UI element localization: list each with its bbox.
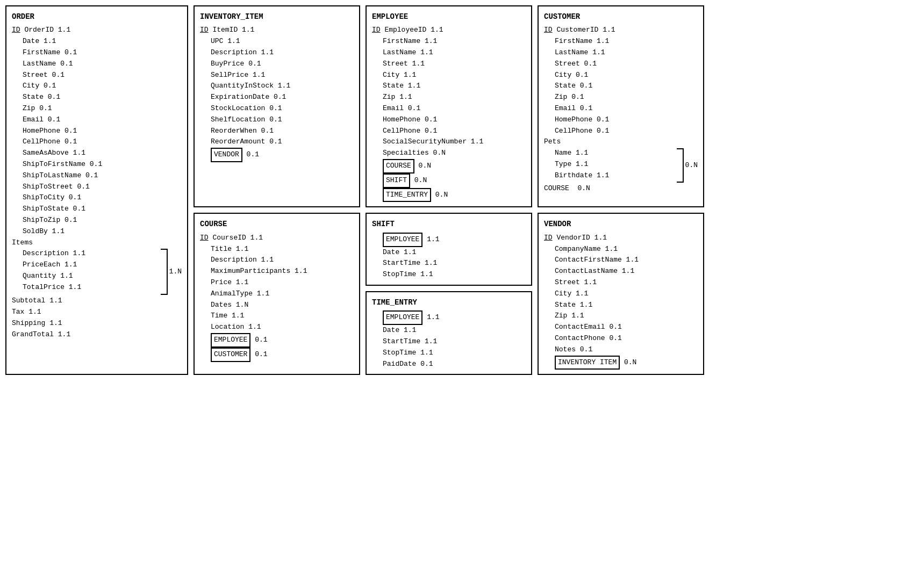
employee-field-firstname: FirstName 1.1	[372, 36, 526, 47]
vendor-field-notes: Notes 0.1	[544, 344, 698, 356]
course-field-animaltype: AnimalType 1.1	[200, 288, 354, 300]
order-field-shiptofirstname: ShipToFirstName 0.1	[12, 159, 182, 170]
course-field-maxparticipants: MaximumParticipants 1.1	[200, 266, 354, 277]
course-field-title: Title 1.1	[200, 244, 354, 255]
inventory-field-buyprice: BuyPrice 0.1	[200, 59, 354, 70]
employee-field-specialties: Specialties 0.N	[372, 148, 526, 159]
inventory-field-sellprice: SellPrice 1.1	[200, 70, 354, 81]
order-item-totalprice: TotalPrice 1.1	[23, 282, 157, 293]
vendor-field-contactfirstname: ContactFirstName 1.1	[544, 255, 698, 266]
inventory-field-stocklocation: StockLocation 0.1	[200, 103, 354, 114]
inventory-item-entity: INVENTORY_ITEM ID ItemID 1.1 UPC 1.1 Des…	[194, 5, 360, 207]
shift-entity: SHIFT EMPLOYEE 1.1 Date 1.1 StartTime 1.…	[366, 213, 532, 286]
inventory-field-expirationdate: ExpirationDate 0.1	[200, 92, 354, 103]
order-field-subtotal: Subtotal 1.1	[12, 295, 182, 307]
inventory-item-title: INVENTORY_ITEM	[200, 11, 354, 23]
employee-field-employeeid: ID EmployeeID 1.1	[372, 25, 526, 36]
employee-field-state: State 1.1	[372, 81, 526, 92]
order-item-priceeach: PriceEach 1.1	[23, 259, 157, 271]
vendor-title: VENDOR	[544, 218, 698, 230]
employee-field-ssn: SocialSecurityNumber 1.1	[372, 136, 526, 148]
order-field-shiptostate: ShipToState 0.1	[12, 204, 182, 215]
customer-pets-cardinality: 0.N	[685, 160, 698, 171]
employee-field-zip: Zip 1.1	[372, 92, 526, 103]
customer-field-zip: Zip 0.1	[544, 92, 698, 103]
customer-field-course: COURSE 0.N	[544, 183, 698, 194]
customer-field-street: Street 0.1	[544, 59, 698, 70]
customer-pets-fields: Name 1.1 Type 1.1 Birthdate 1.1	[555, 148, 674, 183]
inventory-field-vendor: VENDOR 0.1	[200, 148, 354, 162]
shift-field-starttime: StartTime 1.1	[372, 258, 526, 269]
customer-field-lastname: LastName 1.1	[544, 47, 698, 59]
customer-pet-type: Type 1.1	[555, 159, 674, 170]
order-field-firstname: FirstName 0.1	[12, 47, 182, 59]
time-entry-field-paiddate: PaidDate 0.1	[372, 359, 526, 370]
shift-timeentry-wrap: SHIFT EMPLOYEE 1.1 Date 1.1 StartTime 1.…	[366, 213, 532, 375]
employee-field-shift: SHIFT 0.N	[372, 174, 526, 188]
customer-pets-bracket: 0.N	[674, 148, 698, 183]
shift-field-employee: EMPLOYEE 1.1	[372, 233, 526, 247]
employee-field-lastname: LastName 1.1	[372, 47, 526, 59]
vendor-field-inventory-item: INVENTORY ITEM 0.N	[544, 356, 698, 370]
order-field-street: Street 0.1	[12, 70, 182, 81]
course-field-courseid: ID CourseID 1.1	[200, 233, 354, 244]
order-field-lastname: LastName 0.1	[12, 59, 182, 70]
time-entry-field-starttime: StartTime 1.1	[372, 336, 526, 348]
time-entry-entity: TIME_ENTRY EMPLOYEE 1.1 Date 1.1 StartTi…	[366, 291, 532, 375]
customer-pets-label: Pets	[544, 136, 698, 148]
course-field-price: Price 1.1	[200, 277, 354, 288]
vendor-field-street: Street 1.1	[544, 277, 698, 288]
inventory-field-quantityinstock: QuantityInStock 1.1	[200, 81, 354, 92]
vendor-field-state: State 1.1	[544, 300, 698, 311]
order-title: ORDER	[12, 11, 182, 23]
order-items-bracket: 1.N	[157, 248, 182, 295]
time-entry-title: TIME_ENTRY	[372, 297, 526, 308]
customer-field-email: Email 0.1	[544, 103, 698, 114]
order-field-sameasabove: SameAsAbove 1.1	[12, 148, 182, 159]
inventory-field-reorderamount: ReorderAmount 0.1	[200, 136, 354, 148]
employee-field-street: Street 1.1	[372, 59, 526, 70]
course-field-customer: CUSTOMER 0.1	[200, 348, 354, 362]
shift-title: SHIFT	[372, 218, 526, 230]
vendor-field-companyname: CompanyName 1.1	[544, 244, 698, 255]
course-field-description: Description 1.1	[200, 255, 354, 266]
order-items-cardinality: 1.N	[169, 266, 182, 278]
order-field-grandtotal: GrandTotal 1.1	[12, 329, 182, 341]
course-field-time: Time 1.1	[200, 310, 354, 322]
employee-entity: EMPLOYEE ID EmployeeID 1.1 FirstName 1.1…	[366, 5, 532, 207]
customer-entity: CUSTOMER ID CustomerID 1.1 FirstName 1.1…	[538, 5, 704, 207]
course-entity: COURSE ID CourseID 1.1 Title 1.1 Descrip…	[194, 213, 360, 375]
order-field-homephone: HomePhone 0.1	[12, 126, 182, 137]
order-field-shiptostreet: ShipToStreet 0.1	[12, 182, 182, 193]
customer-field-cellphone: CellPhone 0.1	[544, 126, 698, 137]
customer-field-city: City 0.1	[544, 70, 698, 81]
inventory-field-shelflocation: ShelfLocation 0.1	[200, 114, 354, 126]
order-field-cellphone: CellPhone 0.1	[12, 136, 182, 148]
order-field-state: State 0.1	[12, 92, 182, 103]
order-field-shiptocity: ShipToCity 0.1	[12, 192, 182, 204]
inventory-field-itemid: ID ItemID 1.1	[200, 25, 354, 36]
shift-field-stoptime: StopTime 1.1	[372, 269, 526, 280]
employee-title: EMPLOYEE	[372, 11, 526, 23]
order-items-fields: Description 1.1 PriceEach 1.1 Quantity 1…	[23, 248, 157, 295]
order-field-tax: Tax 1.1	[12, 307, 182, 318]
vendor-entity: VENDOR ID VendorID 1.1 CompanyName 1.1 C…	[538, 213, 704, 375]
order-entity: ORDER ID OrderID 1.1 Date 1.1 FirstName …	[5, 5, 188, 375]
order-field-soldby: SoldBy 1.1	[12, 226, 182, 237]
employee-field-time-entry: TIME_ENTRY 0.N	[372, 188, 526, 203]
order-field-shipping: Shipping 1.1	[12, 318, 182, 329]
order-field-email: Email 0.1	[12, 114, 182, 126]
employee-field-course: COURSE 0.N	[372, 159, 526, 174]
order-field-orderid: ID OrderID 1.1	[12, 25, 182, 36]
vendor-field-contactlastname: ContactLastName 1.1	[544, 266, 698, 277]
vendor-field-contactemail: ContactEmail 0.1	[544, 322, 698, 333]
customer-field-customerid: ID CustomerID 1.1	[544, 25, 698, 36]
time-entry-field-date: Date 1.1	[372, 325, 526, 336]
order-item-description: Description 1.1	[23, 248, 157, 259]
employee-field-homephone: HomePhone 0.1	[372, 114, 526, 126]
order-field-shiptolastname: ShipToLastName 0.1	[12, 170, 182, 182]
vendor-field-vendorid: ID VendorID 1.1	[544, 233, 698, 244]
order-field-zip: Zip 0.1	[12, 103, 182, 114]
time-entry-field-stoptime: StopTime 1.1	[372, 348, 526, 359]
order-field-city: City 0.1	[12, 81, 182, 92]
